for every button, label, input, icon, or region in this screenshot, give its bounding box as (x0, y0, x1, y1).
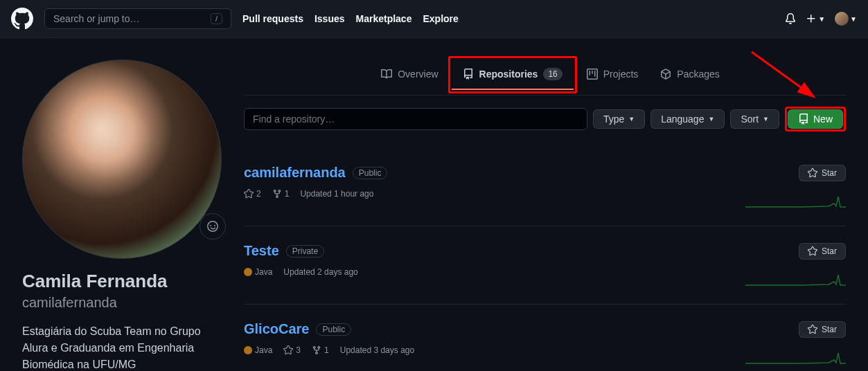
nav-pull-requests[interactable]: Pull requests (242, 13, 303, 24)
avatar-container (22, 60, 227, 259)
star-button[interactable]: Star (799, 321, 846, 338)
profile-username: camilafernanda (22, 293, 227, 312)
main-content: Overview Repositories 16 Projects Packag… (244, 55, 846, 371)
profile-sidebar: Camila Fernanda camilafernanda Estagiári… (22, 55, 227, 371)
visibility-badge: Public (353, 167, 388, 179)
activity-sparkline (745, 268, 846, 287)
nav-issues[interactable]: Issues (315, 13, 345, 24)
book-icon (381, 69, 392, 80)
tab-label: Overview (398, 69, 438, 80)
smiley-icon (207, 221, 218, 232)
repo-icon (798, 114, 809, 125)
new-repo-button[interactable]: New (788, 109, 843, 129)
filter-bar: Type▼ Language▼ Sort▼ New (244, 107, 846, 132)
language-dot (244, 268, 252, 276)
slash-key-badge: / (211, 13, 222, 24)
profile-avatar[interactable] (22, 60, 222, 259)
activity-sparkline (745, 346, 846, 365)
repo-updated: Updated 3 days ago (340, 345, 414, 355)
repo-updated: Updated 1 hour ago (300, 189, 373, 199)
tab-overview[interactable]: Overview (370, 55, 449, 95)
repo-name-link[interactable]: Teste (244, 243, 279, 259)
tab-projects[interactable]: Projects (576, 55, 650, 95)
repo-count-badge: 16 (543, 68, 562, 80)
repo-updated: Updated 2 days ago (283, 267, 357, 277)
notifications-icon[interactable] (785, 13, 796, 24)
repo-forks[interactable]: 1 (312, 345, 329, 355)
repo-language: Java (244, 345, 272, 355)
highlight-box-new: New (785, 107, 846, 132)
repo-forks[interactable]: 1 (272, 189, 290, 199)
repo-language: Java (244, 267, 272, 277)
repo-item: Teste Private JavaUpdated 2 days ago Sta… (244, 226, 846, 305)
tab-label: Projects (603, 69, 639, 80)
status-button[interactable] (200, 213, 226, 239)
highlight-box-tabs: Repositories 16 (448, 56, 577, 93)
type-dropdown[interactable]: Type▼ (593, 109, 645, 129)
page-body: Camila Fernanda camilafernanda Estagiári… (0, 38, 868, 371)
github-logo[interactable] (11, 8, 33, 30)
nav-links: Pull requests Issues Marketplace Explore (242, 13, 459, 24)
language-dropdown[interactable]: Language▼ (650, 109, 725, 129)
chevron-down-icon: ▼ (628, 116, 635, 123)
tab-label: Packages (677, 69, 719, 80)
visibility-badge: Public (316, 323, 351, 336)
global-header: / Pull requests Issues Marketplace Explo… (0, 0, 868, 38)
project-icon (587, 69, 598, 80)
tab-label: Repositories (479, 69, 538, 80)
search-input[interactable] (53, 13, 211, 24)
repo-name-link[interactable]: GlicoCare (244, 321, 309, 337)
repo-stars[interactable]: 3 (283, 345, 301, 355)
tab-packages[interactable]: Packages (649, 55, 730, 95)
visibility-badge: Private (286, 245, 324, 257)
avatar-thumbnail (835, 12, 849, 26)
repo-stars[interactable]: 2 (244, 189, 261, 199)
sort-dropdown[interactable]: Sort▼ (730, 109, 779, 129)
star-button[interactable]: Star (799, 243, 846, 260)
chevron-down-icon: ▼ (850, 15, 857, 23)
user-menu[interactable]: ▼ (835, 12, 857, 26)
language-dot (244, 346, 252, 354)
header-right: ▼ ▼ (785, 12, 857, 26)
repo-icon (463, 69, 474, 80)
chevron-down-icon: ▼ (763, 116, 769, 123)
find-repo-input[interactable] (244, 108, 587, 130)
chevron-down-icon: ▼ (818, 15, 825, 23)
search-box[interactable]: / (44, 8, 231, 29)
nav-marketplace[interactable]: Marketplace (356, 13, 412, 24)
profile-name: Camila Fernanda (22, 270, 227, 293)
repo-name-link[interactable]: camilafernanda (244, 165, 346, 181)
repo-item: GlicoCare Public Java 3 1Updated 3 days … (244, 305, 846, 371)
chevron-down-icon: ▼ (708, 116, 714, 123)
repo-list: camilafernanda Public 2 1Updated 1 hour … (244, 148, 846, 371)
package-icon (660, 69, 671, 80)
create-menu[interactable]: ▼ (806, 13, 825, 24)
tab-repositories[interactable]: Repositories 16 (452, 60, 574, 90)
nav-explore[interactable]: Explore (423, 13, 458, 24)
activity-sparkline (745, 190, 846, 209)
repo-item: camilafernanda Public 2 1Updated 1 hour … (244, 148, 846, 226)
profile-bio: Estagiária do Scuba Team no Grupo Alura … (22, 323, 227, 372)
tabs-nav: Overview Repositories 16 Projects Packag… (244, 55, 846, 96)
star-button[interactable]: Star (799, 165, 846, 181)
